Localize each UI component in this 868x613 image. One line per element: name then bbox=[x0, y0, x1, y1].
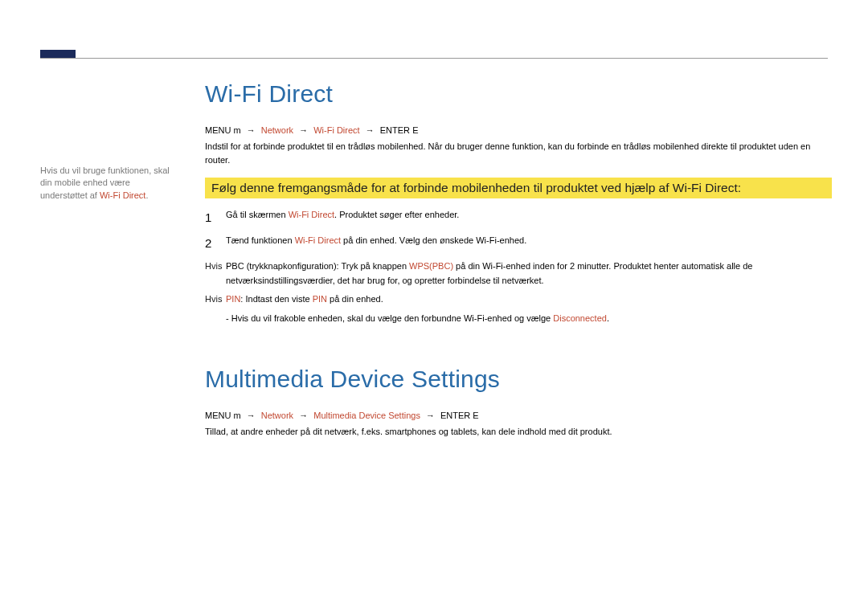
pin-mid: : Indtast den viste bbox=[240, 294, 312, 304]
bc-enter: ENTER bbox=[440, 411, 470, 420]
substep-body: PIN: Indtast den viste PIN på din enhed. bbox=[226, 292, 832, 307]
pbc-accent: WPS(PBC) bbox=[409, 261, 453, 271]
note-accent: Disconnected bbox=[553, 313, 607, 323]
bc-menu: MENU bbox=[205, 411, 231, 420]
pin-post: på din enhed. bbox=[327, 294, 383, 304]
step-body: Gå til skærmen Wi-Fi Direct. Produktet s… bbox=[226, 208, 832, 227]
bc-m: m bbox=[233, 125, 240, 135]
top-divider bbox=[40, 58, 828, 59]
wifi-direct-description: Indstil for at forbinde produktet til en… bbox=[205, 140, 832, 166]
step-number: 2 bbox=[205, 234, 226, 253]
bc-e: E bbox=[473, 411, 478, 420]
multimedia-description: Tillad, at andre enheder på dit netværk,… bbox=[205, 425, 832, 439]
bc-e: E bbox=[412, 125, 418, 135]
substep-label: Hvis bbox=[205, 292, 226, 307]
step2-pre: Tænd funktionen bbox=[226, 235, 295, 245]
substep-pbc: Hvis PBC (trykknapkonfiguration): Tryk p… bbox=[205, 260, 832, 288]
note-pre: Hvis du vil frakoble enheden, skal du væ… bbox=[231, 313, 554, 323]
pbc-pre: PBC (trykknapkonfiguration): Tryk på kna… bbox=[226, 261, 409, 271]
arrow-icon: → bbox=[247, 125, 256, 135]
substep-body: PBC (trykknapkonfiguration): Tryk på kna… bbox=[226, 260, 832, 288]
steps-list: 1 Gå til skærmen Wi-Fi Direct. Produktet… bbox=[205, 208, 832, 325]
step-2: 2 Tænd funktionen Wi-Fi Direct på din en… bbox=[205, 234, 832, 253]
section-title-wifi-direct: Wi-Fi Direct bbox=[205, 80, 832, 108]
arrow-icon: → bbox=[426, 411, 435, 420]
section-multimedia: Multimedia Device Settings MENU m → Netw… bbox=[205, 366, 832, 439]
substep-pin: Hvis PIN: Indtast den viste PIN på din e… bbox=[205, 292, 832, 307]
sidebar-note-suffix: . bbox=[145, 190, 148, 200]
bc-nav-multimedia: Multimedia Device Settings bbox=[313, 411, 420, 420]
main-content: Wi-Fi Direct MENU m → Network → Wi-Fi Di… bbox=[205, 80, 832, 450]
breadcrumb-multimedia: MENU m → Network → Multimedia Device Set… bbox=[205, 411, 832, 420]
pin-pre: PIN bbox=[226, 294, 240, 304]
substep-label: Hvis bbox=[205, 260, 226, 288]
step2-accent: Wi-Fi Direct bbox=[295, 235, 341, 245]
step-number: 1 bbox=[205, 208, 226, 227]
section-title-multimedia: Multimedia Device Settings bbox=[205, 366, 832, 393]
bc-enter: ENTER bbox=[380, 125, 410, 135]
arrow-icon: → bbox=[299, 411, 308, 420]
bc-m: m bbox=[233, 411, 240, 420]
bc-nav-wifi-direct: Wi-Fi Direct bbox=[313, 125, 359, 135]
note-post: . bbox=[607, 313, 609, 323]
breadcrumb-wifi-direct: MENU m → Network → Wi-Fi Direct → ENTER … bbox=[205, 125, 832, 135]
step1-pre: Gå til skærmen bbox=[226, 210, 289, 219]
accent-bar bbox=[40, 50, 76, 58]
step1-post: . Produktet søger efter enheder. bbox=[334, 210, 459, 219]
callout-instructions: Følg denne fremgangsmåde for at forbinde… bbox=[205, 178, 832, 198]
arrow-icon: → bbox=[299, 125, 308, 135]
disconnect-note: Hvis du vil frakoble enheden, skal du væ… bbox=[226, 312, 832, 326]
sidebar-note-highlight: Wi-Fi Direct bbox=[100, 190, 145, 200]
bc-nav-network: Network bbox=[261, 411, 293, 420]
bc-menu: MENU bbox=[205, 125, 231, 135]
pin-accent: PIN bbox=[313, 294, 327, 304]
arrow-icon: → bbox=[366, 125, 375, 135]
arrow-icon: → bbox=[247, 411, 256, 420]
step2-post: på din enhed. Vælg den ønskede Wi-Fi-enh… bbox=[341, 235, 526, 245]
step1-accent: Wi-Fi Direct bbox=[289, 210, 334, 219]
step-body: Tænd funktionen Wi-Fi Direct på din enhe… bbox=[226, 234, 832, 253]
bc-nav-network: Network bbox=[261, 125, 293, 135]
sidebar-note: Hvis du vil bruge funktionen, skal din m… bbox=[40, 165, 177, 202]
step-1: 1 Gå til skærmen Wi-Fi Direct. Produktet… bbox=[205, 208, 832, 227]
